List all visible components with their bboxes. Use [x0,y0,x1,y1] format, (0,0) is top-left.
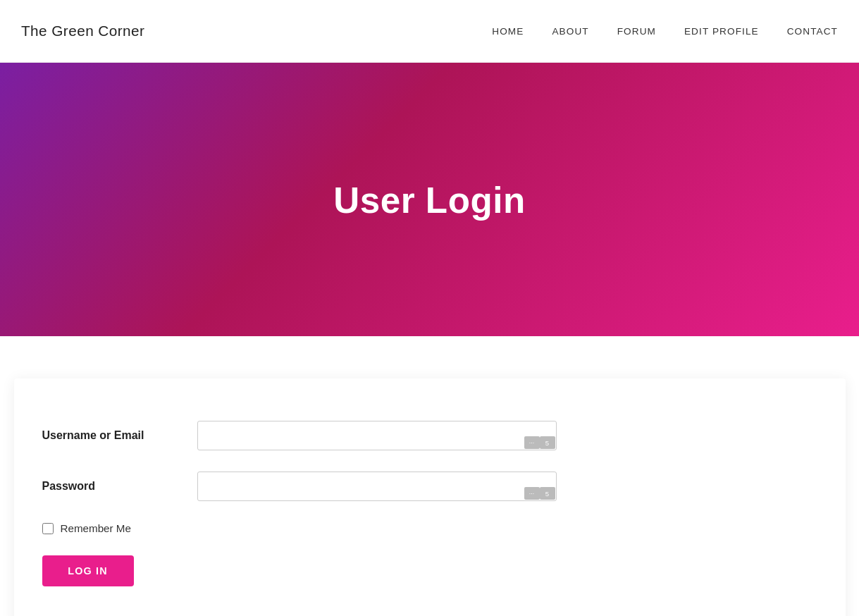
username-input[interactable] [197,421,557,450]
hero-title: User Login [333,180,525,221]
nav-item-forum[interactable]: FORUM [617,25,656,37]
nav-item-about[interactable]: ABOUT [552,25,588,37]
password-input[interactable] [197,472,557,501]
remember-me-group: Remember Me [42,522,817,534]
remember-me-label: Remember Me [61,522,131,534]
login-card: Username or Email ··· 5 Password ··· 5 R… [14,378,846,616]
nav-link-edit-profile[interactable]: EDIT PROFILE [684,26,759,37]
remember-me-checkbox[interactable] [42,523,54,534]
password-label: Password [42,480,183,493]
username-form-group: Username or Email ··· 5 [42,421,817,450]
username-input-wrapper: ··· 5 [197,421,557,450]
password-input-wrapper: ··· 5 [197,472,557,501]
nav-item-edit-profile[interactable]: EDIT PROFILE [684,25,759,37]
nav-link-home[interactable]: HOME [492,26,524,37]
hero-banner: User Login [0,63,859,338]
nav-link-contact[interactable]: CONTACT [787,26,838,37]
nav-link-about[interactable]: ABOUT [552,26,588,37]
navbar: The Green Corner HOME ABOUT FORUM EDIT P… [0,0,859,63]
password-input-badge: 5 [540,487,555,500]
password-form-group: Password ··· 5 [42,472,817,501]
password-input-icon: ··· [524,487,540,500]
username-label: Username or Email [42,429,183,442]
nav-item-home[interactable]: HOME [492,25,524,37]
nav-links: HOME ABOUT FORUM EDIT PROFILE CONTACT [492,25,838,37]
nav-link-forum[interactable]: FORUM [617,26,656,37]
username-input-badge: 5 [540,436,555,449]
brand-logo: The Green Corner [21,23,144,39]
nav-item-contact[interactable]: CONTACT [787,25,838,37]
login-button[interactable]: LOG IN [42,555,134,586]
username-input-icon: ··· [524,436,540,449]
main-content: Username or Email ··· 5 Password ··· 5 R… [0,336,859,616]
